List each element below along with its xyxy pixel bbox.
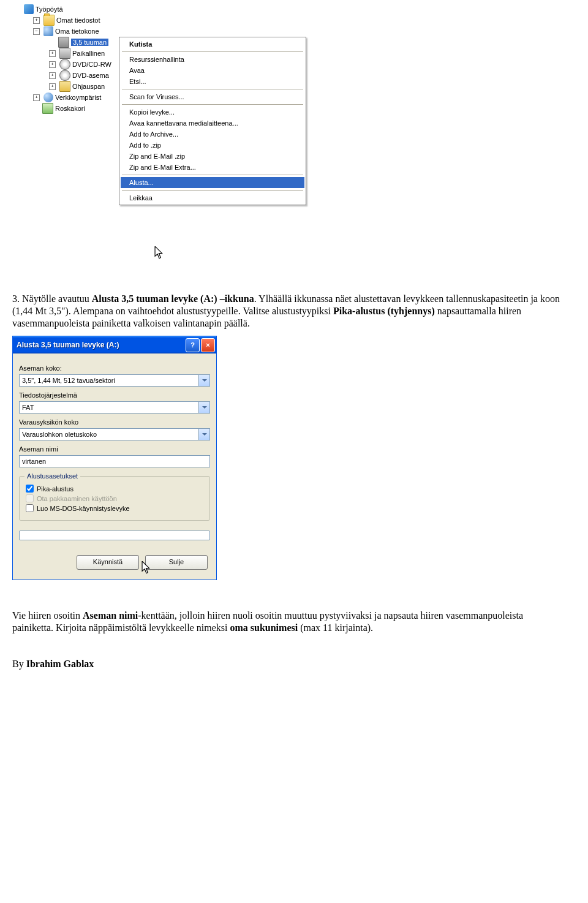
- bold-text: oma sukunimesi: [230, 622, 298, 633]
- tree-item-controlpanel[interactable]: + Ohjauspan: [12, 81, 123, 92]
- floppy-drive-icon: [58, 37, 69, 48]
- expand-icon[interactable]: +: [33, 17, 40, 24]
- input-volume-name[interactable]: [19, 455, 210, 467]
- combo-drive-size[interactable]: 3,5", 1,44 Mt, 512 tavua/sektori: [19, 374, 210, 387]
- dialog-title: Alusta 3,5 tuuman levyke (A:): [17, 341, 184, 349]
- chevron-down-icon[interactable]: [198, 375, 209, 386]
- context-menu: Kutista Resurssienhallinta Avaa Etsi... …: [119, 37, 306, 205]
- desktop-icon: [24, 4, 34, 14]
- tree-item-local[interactable]: + Paikallinen: [12, 48, 123, 59]
- my-computer-icon: [43, 26, 53, 36]
- chevron-down-icon[interactable]: [198, 429, 209, 440]
- menu-item-explore[interactable]: Resurssienhallinta: [121, 54, 304, 65]
- tree-item-recycle[interactable]: Roskakori: [12, 103, 123, 114]
- label-volume-name: Aseman nimi: [19, 445, 210, 453]
- combo-value: 3,5", 1,44 Mt, 512 tavua/sektori: [22, 377, 115, 384]
- menu-item-scan[interactable]: Scan for Viruses...: [121, 91, 304, 102]
- format-options-group: Alustusasetukset Pika-alustus Ota pakkaa…: [19, 476, 210, 521]
- harddisk-icon: [59, 48, 70, 59]
- tree-item-mydocs[interactable]: + Omat tiedostot: [12, 15, 123, 26]
- author-line: By Ibrahim Gablax: [12, 659, 576, 670]
- menu-item-openportable[interactable]: Avaa kannettavana medialaitteena...: [121, 118, 304, 129]
- recycle-bin-icon: [42, 103, 53, 114]
- menu-item-search[interactable]: Etsi...: [121, 76, 304, 87]
- network-icon: [43, 93, 53, 102]
- bold-text: Ibrahim Gablax: [26, 659, 94, 669]
- menu-separator: [122, 175, 303, 175]
- tree-label: Roskakori: [55, 105, 85, 112]
- format-dialog: Alusta 3,5 tuuman levyke (A:) ? × Aseman…: [12, 336, 217, 580]
- menu-separator: [122, 190, 303, 191]
- group-label: Alustusasetukset: [24, 472, 80, 480]
- expand-icon[interactable]: +: [33, 94, 40, 101]
- tree-item-desktop[interactable]: Työpöytä: [12, 4, 123, 15]
- cdrom-icon: [59, 70, 70, 81]
- text: Vie hiiren osoitin: [12, 610, 83, 621]
- checkbox-quick-format[interactable]: Pika-alustus: [26, 485, 203, 493]
- tree-item-dvdcdrw[interactable]: + DVD/CD-RW: [12, 59, 123, 70]
- combo-value: FAT: [22, 404, 34, 411]
- instruction-paragraph-2: Vie hiiren osoitin Aseman nimi-kenttään,…: [12, 610, 564, 634]
- text: By: [12, 659, 26, 669]
- tree-label: DVD-asema: [72, 72, 109, 79]
- menu-item-collapse[interactable]: Kutista: [121, 39, 304, 50]
- menu-separator: [122, 51, 303, 52]
- tree-label: Oma tietokone: [55, 28, 99, 35]
- menu-item-addarchive[interactable]: Add to Archive...: [121, 129, 304, 140]
- checkbox-msdos-startup[interactable]: Luo MS-DOS-käynnistyslevyke: [26, 504, 203, 512]
- combo-filesystem[interactable]: FAT: [19, 401, 210, 414]
- text: 3. Näytölle avautuu: [12, 293, 92, 304]
- chevron-down-icon[interactable]: [198, 402, 209, 413]
- checkbox-label: Luo MS-DOS-käynnistyslevyke: [37, 505, 130, 512]
- checkbox-compression: Ota pakkaaminen käyttöön: [26, 494, 203, 502]
- control-panel-icon: [59, 81, 70, 92]
- checkbox-input[interactable]: [26, 504, 34, 512]
- menu-item-addzip[interactable]: Add to .zip: [121, 140, 304, 151]
- combo-value: Varauslohkon oletuskoko: [22, 431, 97, 438]
- progress-bar: [19, 531, 210, 540]
- close-button[interactable]: ×: [201, 338, 215, 352]
- cdrom-icon: [59, 59, 70, 70]
- tree-label: Verkkoympärist: [55, 94, 101, 101]
- bold-text: Alusta 3,5 tuuman levyke (A:) –ikkuna: [92, 293, 254, 304]
- checkbox-input[interactable]: [26, 485, 34, 493]
- bold-text: Pika-alustus (tyhjennys): [333, 306, 435, 316]
- tree-item-floppy[interactable]: 3,5 tuuman: [12, 37, 123, 48]
- tree-item-dvdrom[interactable]: + DVD-asema: [12, 70, 123, 81]
- menu-separator: [122, 89, 303, 89]
- menu-item-copydisk[interactable]: Kopioi levyke...: [121, 107, 304, 118]
- tree-label: Työpöytä: [36, 6, 63, 13]
- tree-label: Ohjauspan: [72, 83, 105, 90]
- explorer-tree-screenshot: Työpöytä + Omat tiedostot − Oma tietokon…: [12, 0, 306, 282]
- menu-item-open[interactable]: Avaa: [121, 65, 304, 76]
- titlebar: Alusta 3,5 tuuman levyke (A:) ? ×: [13, 336, 216, 353]
- combo-allocation[interactable]: Varauslohkon oletuskoko: [19, 428, 210, 440]
- tree-label: Omat tiedostot: [56, 17, 100, 24]
- expand-icon[interactable]: +: [49, 50, 56, 57]
- expand-icon[interactable]: +: [49, 72, 56, 79]
- cursor-icon: [141, 561, 151, 575]
- label-filesystem: Tiedostojärjestelmä: [19, 391, 210, 399]
- menu-item-zipmail[interactable]: Zip and E-Mail .zip: [121, 151, 304, 162]
- close-dialog-button[interactable]: Sulje: [145, 555, 208, 570]
- expand-icon[interactable]: +: [49, 83, 56, 90]
- label-drive-size: Aseman koko:: [19, 365, 210, 372]
- menu-separator: [122, 104, 303, 105]
- menu-item-format[interactable]: Alusta...: [121, 177, 304, 188]
- text: (max 11 kirjainta).: [298, 622, 373, 633]
- instruction-paragraph-1: 3. Näytölle avautuu Alusta 3,5 tuuman le…: [12, 293, 564, 330]
- menu-item-cut[interactable]: Leikkaa: [121, 192, 304, 203]
- start-button[interactable]: Käynnistä: [77, 555, 139, 570]
- tree-item-network[interactable]: + Verkkoympärist: [12, 92, 123, 103]
- cursor-icon: [154, 246, 164, 260]
- tree-item-mycomputer[interactable]: − Oma tietokone: [12, 26, 123, 37]
- label-allocation: Varausyksikön koko: [19, 418, 210, 426]
- expand-icon[interactable]: +: [49, 61, 56, 68]
- help-button[interactable]: ?: [186, 338, 200, 352]
- folder-tree: Työpöytä + Omat tiedostot − Oma tietokon…: [12, 0, 123, 114]
- tree-label: DVD/CD-RW: [72, 61, 111, 68]
- checkbox-input: [26, 494, 34, 502]
- menu-item-zipmailx[interactable]: Zip and E-Mail Extra...: [121, 162, 304, 173]
- collapse-icon[interactable]: −: [33, 28, 40, 35]
- tree-label: Paikallinen: [72, 50, 105, 57]
